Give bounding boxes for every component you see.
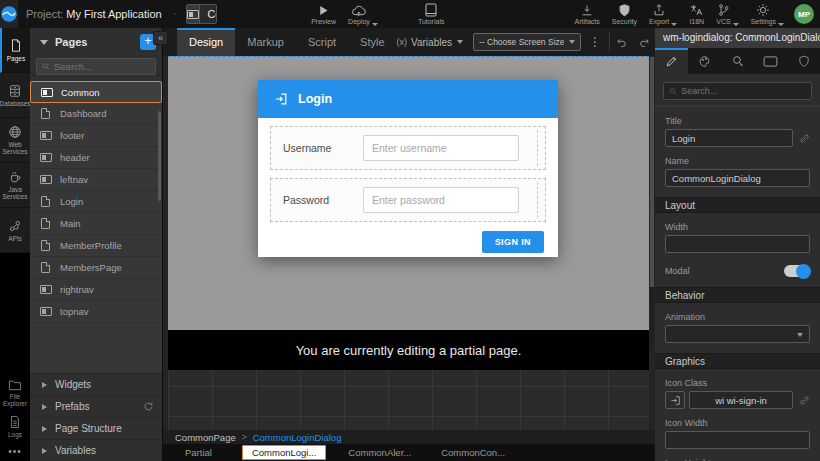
page-item-dashboard[interactable]: Dashboard — [30, 103, 162, 125]
animation-select[interactable] — [665, 325, 810, 343]
bind-link-icon[interactable] — [799, 395, 810, 406]
password-form-field[interactable]: Password — [270, 178, 546, 222]
artifacts-button[interactable]: Artifacts — [568, 0, 605, 28]
tab-common-alert-dialog[interactable]: CommonAler... — [348, 447, 411, 458]
section-prefabs[interactable]: Prefabs — [30, 395, 162, 417]
page-item-login[interactable]: Login — [30, 191, 162, 213]
screen-size-select[interactable]: -- Choose Screen Size -- — [473, 33, 581, 51]
name-input[interactable] — [665, 169, 810, 187]
tab-common-confirm-dialog[interactable]: CommonCon... — [441, 447, 505, 458]
rail-item-web-services[interactable]: Web Services — [0, 118, 30, 163]
deploy-button[interactable]: Deploy — [342, 0, 384, 28]
page-item-label: topnav — [60, 306, 89, 317]
tab-devices[interactable] — [754, 48, 787, 74]
variables-button[interactable]: (x) Variables — [397, 37, 463, 48]
preview-button[interactable]: Preview — [305, 0, 342, 28]
password-label: Password — [283, 194, 363, 206]
rail-item-pages[interactable]: Pages — [0, 28, 30, 73]
refresh-icon[interactable] — [143, 401, 154, 412]
more-options-button[interactable]: ••• — [8, 446, 22, 457]
pages-search-input[interactable] — [54, 61, 150, 72]
title-input[interactable] — [665, 129, 793, 147]
icon-preview[interactable] — [665, 391, 685, 409]
api-connector-icon — [8, 219, 22, 233]
security-button[interactable]: Security — [606, 0, 643, 28]
tab-styles[interactable] — [688, 48, 721, 74]
breadcrumb-current[interactable]: CommonLoginDialog — [253, 432, 342, 443]
icon-class-row — [665, 391, 810, 409]
section-label: Widgets — [55, 379, 154, 390]
rail-item-file-explorer[interactable]: File Explorer — [0, 379, 30, 407]
tab-common-login-dialog[interactable]: CommonLogi... — [242, 445, 326, 460]
tool-label: Security — [612, 18, 637, 25]
kebab-menu-icon[interactable]: ⋮ — [589, 35, 601, 49]
page-item-memberprofile[interactable]: MemberProfile — [30, 235, 162, 257]
book-icon — [425, 3, 437, 17]
collapse-caret-icon[interactable] — [40, 40, 48, 45]
rail-item-logs[interactable]: Logs — [8, 415, 22, 438]
page-item-footer[interactable]: footer — [30, 125, 162, 147]
icon-class-input[interactable] — [689, 391, 793, 409]
modal-label: Modal — [665, 266, 690, 276]
tutorials-button[interactable]: Tutorials — [412, 0, 451, 28]
tool-label: Tutorials — [418, 18, 445, 25]
tab-security[interactable] — [787, 48, 820, 74]
user-avatar[interactable]: MP — [794, 4, 814, 24]
i18n-button[interactable]: I18N — [683, 0, 710, 28]
sign-in-button[interactable]: SIGN IN — [482, 231, 544, 253]
username-form-field[interactable]: Username — [270, 126, 546, 170]
vcs-button[interactable]: VCS — [710, 0, 744, 28]
login-dialog-widget[interactable]: Login Username Password SIGN IN — [258, 80, 558, 257]
breadcrumb-separator: > — [242, 432, 247, 442]
tab-style[interactable]: Style — [348, 28, 396, 56]
page-item-rightnav[interactable]: rightnav — [30, 279, 162, 301]
wavemaker-studio-window: Project: My First Application Common Pre… — [0, 0, 820, 461]
page-item-memberspage[interactable]: MembersPage — [30, 257, 162, 279]
rail-item-databases[interactable]: Databases — [0, 73, 30, 118]
password-input[interactable] — [363, 187, 519, 213]
dialog-header[interactable]: Login — [258, 80, 558, 118]
page-item-header[interactable]: header — [30, 147, 162, 169]
page-item-main[interactable]: Main — [30, 213, 162, 235]
modal-toggle[interactable] — [784, 265, 810, 277]
name-row — [665, 169, 810, 187]
bind-link-icon[interactable] — [799, 133, 810, 144]
width-input[interactable] — [665, 235, 810, 253]
page-item-label: MembersPage — [60, 262, 122, 273]
tab-properties[interactable] — [655, 48, 688, 74]
app-logo[interactable] — [0, 0, 18, 28]
settings-button[interactable]: Settings — [745, 0, 790, 28]
tab-design[interactable]: Design — [177, 28, 235, 56]
page-item-topnav[interactable]: topnav — [30, 301, 162, 323]
page-item-common[interactable]: Common — [30, 81, 162, 103]
rail-item-java-services[interactable]: Java Services — [0, 163, 30, 208]
properties-search[interactable] — [663, 82, 812, 100]
collapse-panel-button[interactable]: « — [153, 31, 168, 45]
properties-search-input[interactable] — [681, 86, 806, 96]
section-widgets[interactable]: Widgets — [30, 373, 162, 395]
rail-item-apis[interactable]: APIs — [0, 208, 30, 253]
section-variables[interactable]: Variables — [30, 439, 162, 461]
undo-button[interactable] — [610, 36, 633, 49]
tab-events[interactable] — [721, 48, 754, 74]
redo-button[interactable] — [633, 36, 656, 49]
divider — [655, 106, 820, 107]
section-page-structure[interactable]: Page Structure — [30, 417, 162, 439]
layout-section-header[interactable]: Layout — [655, 197, 820, 213]
username-input[interactable] — [363, 135, 519, 161]
canvas-scrollbar[interactable] — [650, 57, 654, 343]
export-button[interactable]: Export — [643, 0, 683, 28]
graphics-section-header[interactable]: Graphics — [655, 353, 820, 369]
pages-search[interactable] — [36, 58, 156, 75]
tab-script[interactable]: Script — [296, 28, 348, 56]
top-bar: Project: My First Application Common Pre… — [0, 0, 820, 28]
page-item-leftnav[interactable]: leftnav — [30, 169, 162, 191]
breadcrumb-parent[interactable]: CommonPage — [175, 432, 236, 443]
pages-list-scrollbar[interactable] — [158, 111, 161, 201]
width-label: Width — [665, 222, 810, 232]
tab-markup[interactable]: Markup — [235, 28, 296, 56]
page-selector[interactable]: Common — [186, 4, 218, 24]
tab-partial[interactable]: Partial — [185, 447, 212, 458]
icon-width-input[interactable] — [665, 431, 810, 449]
behavior-section-header[interactable]: Behavior — [655, 287, 820, 303]
